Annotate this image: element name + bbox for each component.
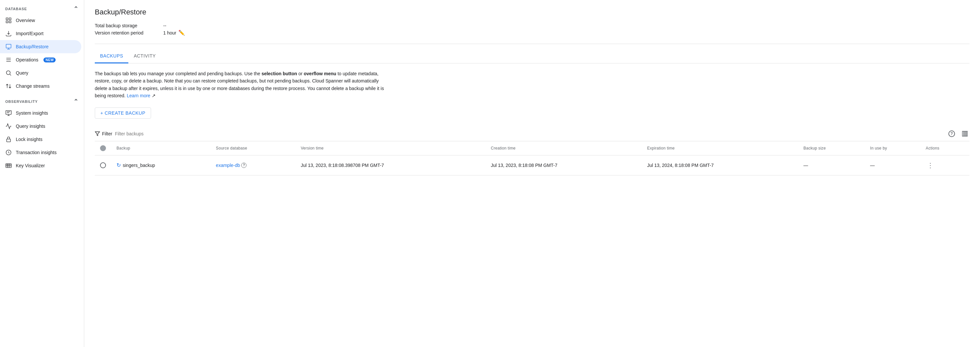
sidebar-item-lock-insights[interactable]: Lock insights — [0, 133, 81, 146]
edit-version-retention-icon[interactable]: ✏️ — [178, 30, 185, 36]
database-chevron-icon: ⌃ — [73, 5, 79, 13]
system-insights-icon — [5, 110, 12, 116]
sidebar-item-operations-label: Operations — [16, 57, 38, 62]
sidebar-item-system-insights[interactable]: System insights — [0, 106, 81, 120]
tab-activity-label: ACTIVITY — [134, 53, 156, 59]
sidebar-item-operations[interactable]: Operations NEW — [0, 53, 81, 67]
table-header-row: Backup Source database Version time Crea… — [95, 141, 969, 155]
backups-table-wrapper: Backup Source database Version time Crea… — [95, 141, 969, 176]
overview-icon — [5, 17, 12, 24]
th-actions: Actions — [920, 141, 969, 155]
sidebar-item-query-label: Query — [16, 70, 28, 76]
th-expiration-time: Expiration time — [642, 141, 798, 155]
row-actions-button[interactable]: ⋮ — [926, 160, 935, 171]
table-row: ↻ singers_backup example-db ? Jul 13, 20… — [95, 155, 969, 175]
create-backup-button[interactable]: + CREATE BACKUP — [95, 108, 151, 119]
filter-bar: Filter ? — [95, 127, 969, 141]
query-insights-icon — [5, 123, 12, 130]
svg-point-8 — [6, 71, 10, 74]
columns-button[interactable] — [960, 129, 969, 138]
td-version-time: Jul 13, 2023, 8:18:08.398708 PM GMT-7 — [296, 155, 486, 175]
tab-activity[interactable]: ACTIVITY — [128, 49, 161, 63]
create-backup-label: + CREATE BACKUP — [100, 110, 145, 116]
backup-name-text: singers_backup — [123, 163, 155, 168]
key-visualizer-icon — [5, 162, 12, 169]
svg-rect-18 — [963, 131, 964, 136]
lock-insights-icon — [5, 136, 12, 143]
td-backup-size: — — [798, 155, 865, 175]
version-retention-text: 1 hour — [163, 30, 177, 35]
backups-table: Backup Source database Version time Crea… — [95, 141, 969, 176]
help-icon: ? — [948, 130, 955, 137]
help-button[interactable]: ? — [947, 129, 956, 138]
filter-bar-right: ? — [947, 129, 969, 138]
svg-rect-2 — [6, 21, 8, 23]
sidebar: DATABASE ⌃ Overview Import/Export Backup… — [0, 0, 84, 347]
database-section-header[interactable]: DATABASE ⌃ — [0, 0, 84, 14]
learn-more-link[interactable]: Learn more — [127, 93, 150, 98]
svg-rect-4 — [6, 44, 11, 48]
sidebar-item-import-export[interactable]: Import/Export — [0, 27, 81, 40]
td-backup-name: ↻ singers_backup — [111, 155, 211, 175]
th-source-database: Source database — [211, 141, 296, 155]
filter-text: Filter — [102, 131, 112, 136]
sidebar-item-key-visualizer[interactable]: Key Visualizer — [0, 159, 81, 172]
th-creation-time: Creation time — [485, 141, 642, 155]
version-retention-label: Version retention period — [95, 30, 161, 35]
svg-marker-17 — [95, 132, 99, 136]
sidebar-item-query[interactable]: Query — [0, 67, 81, 79]
sidebar-item-change-streams-label: Change streams — [16, 84, 50, 89]
td-source-database: example-db ? — [211, 155, 296, 175]
columns-icon — [962, 130, 968, 137]
svg-rect-12 — [6, 164, 11, 168]
observability-section-label: OBSERVABILITY — [5, 100, 38, 103]
tab-backups[interactable]: BACKUPS — [95, 49, 128, 63]
select-all-indicator[interactable] — [100, 145, 106, 151]
svg-rect-9 — [6, 111, 11, 115]
sidebar-item-query-insights[interactable]: Query insights — [0, 120, 81, 133]
filter-input[interactable] — [115, 131, 945, 136]
more-vert-icon: ⋮ — [927, 162, 934, 169]
sidebar-item-change-streams[interactable]: Change streams — [0, 79, 81, 93]
page-title: Backup/Restore — [95, 8, 969, 16]
total-backup-storage-value: -- — [163, 23, 166, 28]
sidebar-item-transaction-insights-label: Transaction insights — [16, 150, 57, 155]
observability-section-header[interactable]: OBSERVABILITY ⌃ — [0, 93, 84, 106]
change-streams-icon — [5, 83, 12, 89]
svg-rect-19 — [964, 131, 966, 136]
tab-backups-label: BACKUPS — [100, 53, 123, 59]
sidebar-item-query-insights-label: Query insights — [16, 124, 45, 129]
sidebar-item-backup-restore[interactable]: Backup/Restore — [0, 40, 81, 53]
operations-icon — [5, 57, 12, 63]
sidebar-item-backup-restore-label: Backup/Restore — [16, 44, 49, 49]
source-database-help-icon[interactable]: ? — [241, 163, 247, 168]
description-text: The backups tab lets you manage your com… — [95, 70, 391, 100]
svg-rect-1 — [9, 18, 11, 20]
source-database-link[interactable]: example-db — [216, 163, 240, 168]
td-expiration-time: Jul 13, 2024, 8:18:08 PM GMT-7 — [642, 155, 798, 175]
th-select — [95, 141, 111, 155]
sidebar-item-import-export-label: Import/Export — [16, 31, 43, 36]
header-divider — [95, 44, 969, 44]
version-retention-value: 1 hour ✏️ — [163, 30, 185, 36]
filter-icon — [95, 131, 100, 136]
transaction-insights-icon — [5, 149, 12, 156]
sidebar-item-overview[interactable]: Overview — [0, 14, 81, 27]
td-actions: ⋮ — [920, 155, 969, 175]
sidebar-item-system-insights-label: System insights — [16, 110, 48, 116]
sidebar-item-transaction-insights[interactable]: Transaction insights — [0, 146, 81, 159]
td-radio — [95, 155, 111, 175]
filter-label: Filter — [95, 131, 112, 136]
svg-rect-10 — [6, 139, 11, 142]
tabs-container: BACKUPS ACTIVITY — [95, 49, 969, 63]
svg-rect-3 — [9, 21, 11, 23]
th-backup-size: Backup size — [798, 141, 865, 155]
observability-chevron-icon: ⌃ — [73, 98, 79, 105]
backup-loading-icon: ↻ — [116, 162, 121, 168]
th-in-use-by: In use by — [865, 141, 920, 155]
td-in-use-by: — — [865, 155, 920, 175]
total-backup-storage-row: Total backup storage -- — [95, 23, 969, 28]
th-backup: Backup — [111, 141, 211, 155]
td-creation-time: Jul 13, 2023, 8:18:08 PM GMT-7 — [485, 155, 642, 175]
row-radio-button[interactable] — [100, 162, 106, 168]
